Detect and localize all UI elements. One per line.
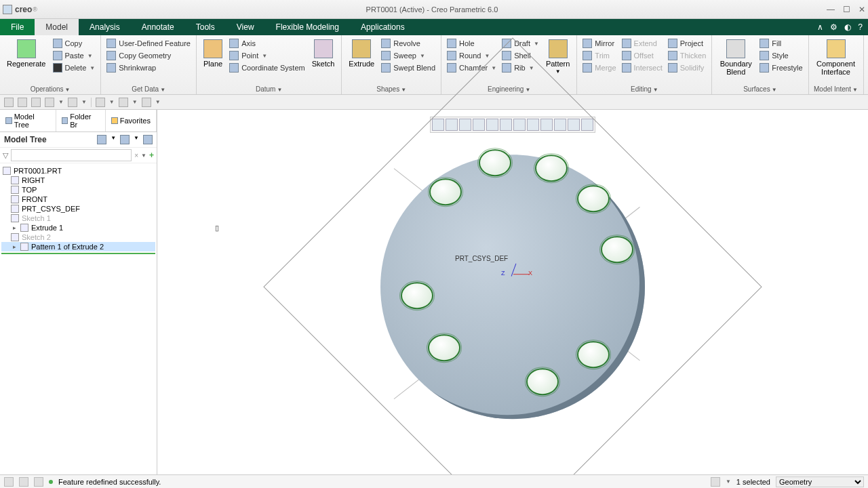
intent-group-label: Model Intent▼ bbox=[813, 84, 859, 93]
menu-analysis[interactable]: Analysis bbox=[79, 19, 131, 35]
udf-button[interactable]: User-Defined Feature bbox=[105, 38, 192, 49]
pattern-hole bbox=[526, 368, 559, 395]
solidify-button[interactable]: Solidify bbox=[667, 62, 708, 73]
pattern-hole bbox=[601, 236, 633, 263]
add-filter-icon[interactable]: + bbox=[149, 150, 154, 160]
expand-icon[interactable]: ▸ bbox=[11, 243, 18, 250]
menu-view[interactable]: View bbox=[226, 19, 265, 35]
menu-tools[interactable]: Tools bbox=[185, 19, 226, 35]
boundary-blend-icon bbox=[726, 39, 745, 58]
help-icon[interactable]: ? bbox=[858, 22, 863, 32]
status-message: Feature redefined successfully. bbox=[58, 478, 161, 486]
point-button[interactable]: Point▼ bbox=[228, 50, 307, 61]
status-tool-icon[interactable] bbox=[4, 477, 14, 487]
boundary-blend-button[interactable]: Boundary Blend bbox=[716, 38, 755, 77]
regenerate-button[interactable]: Regenerate bbox=[4, 38, 49, 69]
regenerate-icon bbox=[17, 39, 36, 58]
maximize-button[interactable]: ☐ bbox=[843, 5, 850, 14]
tree-item-selected[interactable]: ▸Pattern 1 of Extrude 2 bbox=[1, 242, 155, 251]
graphics-canvas[interactable]: ▯ PRT_CSYS_DEF X Z InShOt bbox=[157, 110, 868, 474]
status-tool2-icon[interactable] bbox=[19, 477, 28, 487]
delete-button[interactable]: Delete▼ bbox=[52, 62, 97, 73]
filter-funnel-icon[interactable]: ▽ bbox=[3, 151, 8, 160]
copy-button[interactable]: Copy bbox=[52, 38, 97, 49]
tree-show-icon[interactable] bbox=[120, 135, 130, 144]
expand-icon[interactable]: ▸ bbox=[11, 224, 18, 231]
tree-item[interactable]: Sketch 1 bbox=[1, 214, 155, 223]
component-interface-button[interactable]: Component Interface bbox=[813, 38, 859, 77]
revolve-button[interactable]: Revolve bbox=[380, 38, 437, 49]
undo-icon[interactable] bbox=[45, 98, 54, 107]
new-icon[interactable] bbox=[4, 98, 14, 107]
menu-applications[interactable]: Applications bbox=[350, 19, 416, 35]
sketch-icon bbox=[314, 39, 333, 58]
status-tool3-icon[interactable] bbox=[34, 477, 43, 487]
merge-button[interactable]: Merge bbox=[581, 62, 617, 73]
tree-item[interactable]: RIGHT bbox=[1, 176, 155, 185]
close-win-icon[interactable] bbox=[142, 98, 151, 107]
menu-model[interactable]: Model bbox=[35, 19, 79, 35]
axis-button[interactable]: Axis bbox=[228, 38, 307, 49]
redo-icon[interactable] bbox=[68, 98, 77, 107]
menu-file[interactable]: File bbox=[0, 19, 35, 35]
trim-icon bbox=[583, 51, 592, 60]
tree-root[interactable]: PRT0001.PRT bbox=[1, 166, 155, 176]
windows-icon[interactable] bbox=[119, 98, 128, 107]
sidebar: Model Tree Folder Br Favorites Model Tre… bbox=[0, 110, 157, 474]
copy-geometry-button[interactable]: Copy Geometry bbox=[105, 50, 192, 61]
open-icon[interactable] bbox=[18, 98, 27, 107]
clear-search-icon[interactable]: × bbox=[134, 152, 138, 159]
paste-button[interactable]: Paste▼ bbox=[52, 50, 97, 61]
copy-icon bbox=[53, 39, 62, 48]
tab-model-tree[interactable]: Model Tree bbox=[0, 110, 56, 131]
tab-folder-browser[interactable]: Folder Br bbox=[56, 110, 106, 131]
tree-item[interactable]: FRONT bbox=[1, 195, 155, 204]
style-button[interactable]: Style bbox=[758, 50, 804, 61]
menu-flexible[interactable]: Flexible Modeling bbox=[265, 19, 350, 35]
pattern-hole bbox=[577, 341, 610, 368]
selection-filter-icon[interactable] bbox=[711, 477, 720, 487]
menu-annotate[interactable]: Annotate bbox=[131, 19, 185, 35]
intersect-button[interactable]: Intersect bbox=[620, 62, 664, 73]
pattern-hole bbox=[429, 178, 462, 205]
z-axis-label: Z bbox=[501, 270, 505, 277]
minimize-button[interactable]: — bbox=[827, 5, 835, 14]
thicken-button[interactable]: Thicken bbox=[667, 50, 708, 61]
offset-button[interactable]: Offset bbox=[620, 50, 664, 61]
tree-item[interactable]: TOP bbox=[1, 185, 155, 195]
solidify-icon bbox=[668, 63, 677, 73]
tree-item[interactable]: PRT_CSYS_DEF bbox=[1, 204, 155, 214]
mirror-button[interactable]: Mirror bbox=[581, 38, 617, 49]
plane-button[interactable]: Plane bbox=[201, 38, 225, 69]
freestyle-button[interactable]: Freestyle bbox=[758, 62, 804, 73]
selection-filter-dropdown[interactable]: Geometry bbox=[776, 476, 864, 487]
theme-icon[interactable]: ◐ bbox=[844, 22, 851, 32]
tab-favorites[interactable]: Favorites bbox=[106, 110, 157, 131]
swept-blend-button[interactable]: Swept Blend bbox=[380, 62, 437, 73]
project-button[interactable]: Project bbox=[667, 38, 708, 49]
extend-button[interactable]: Extend bbox=[620, 38, 664, 49]
hole-button[interactable]: Hole bbox=[446, 38, 498, 49]
merge-icon bbox=[583, 63, 592, 73]
tree-item[interactable]: Sketch 2 bbox=[1, 232, 155, 242]
tree-settings-icon[interactable] bbox=[143, 135, 153, 144]
csys-tree-icon bbox=[11, 205, 19, 213]
save-icon[interactable] bbox=[31, 98, 41, 107]
tree-search-input[interactable] bbox=[11, 149, 132, 161]
extrude-button[interactable]: Extrude bbox=[346, 38, 377, 69]
tree-insert-indicator[interactable] bbox=[1, 253, 155, 254]
sweep-icon bbox=[381, 51, 391, 60]
trim-button[interactable]: Trim bbox=[581, 50, 617, 61]
fill-button[interactable]: Fill bbox=[758, 38, 804, 49]
shrinkwrap-button[interactable]: Shrinkwrap bbox=[105, 62, 192, 73]
sweep-button[interactable]: Sweep▼ bbox=[380, 50, 437, 61]
close-button[interactable]: ✕ bbox=[859, 5, 865, 14]
csys-button[interactable]: Coordinate System bbox=[228, 62, 307, 73]
regen-icon[interactable] bbox=[96, 98, 105, 107]
collapse-ribbon-icon[interactable]: ∧ bbox=[817, 22, 823, 32]
tree-item[interactable]: ▸Extrude 1 bbox=[1, 223, 155, 232]
pattern-button[interactable]: Pattern▼ bbox=[543, 38, 572, 77]
sketch-button[interactable]: Sketch bbox=[309, 38, 338, 69]
settings-icon[interactable]: ⚙ bbox=[830, 22, 837, 32]
tree-filter-icon[interactable] bbox=[97, 135, 106, 144]
